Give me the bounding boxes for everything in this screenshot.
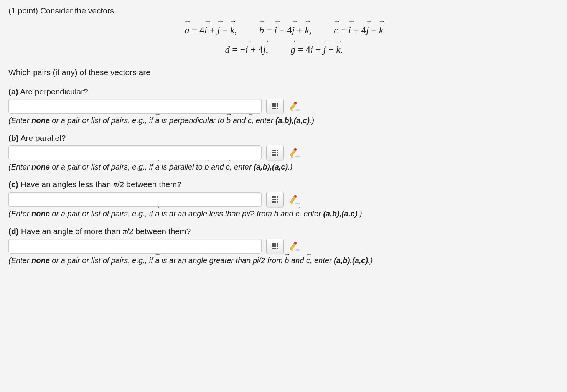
part-c: (c) Have an angles less than π/2 between… (8, 180, 559, 218)
grid-icon (272, 243, 278, 249)
grid-icon (272, 196, 278, 203)
part-d-hint: (Enter none or a pair or list of pairs, … (8, 256, 559, 265)
problem-container: (1 point) Consider the vectors a = 4i + … (0, 0, 567, 278)
part-a-hint: (Enter none or a pair or list of pairs, … (8, 116, 559, 125)
equation-line-1: a = 4i + j − k, b = i + 4j + k, c = i + … (8, 22, 559, 39)
part-b-input[interactable] (8, 145, 262, 160)
part-a-input[interactable] (8, 99, 262, 114)
grid-icon (272, 103, 278, 109)
part-b-label: (b) Are parallel? (8, 133, 559, 143)
edit-pencil-icon[interactable] (288, 239, 302, 253)
points-label: (1 point) (8, 6, 38, 15)
vector-equations: a = 4i + j − k, b = i + 4j + k, c = i + … (8, 22, 559, 58)
keypad-button[interactable] (266, 145, 284, 160)
svg-point-7 (295, 156, 300, 157)
part-a-answer-row (8, 99, 559, 114)
part-c-hint: (Enter none or a pair or list of pairs, … (8, 209, 559, 218)
part-c-answer-row (8, 192, 559, 207)
edit-pencil-icon[interactable] (288, 193, 302, 206)
part-b-answer-row (8, 145, 559, 160)
part-c-input[interactable] (8, 192, 262, 207)
equation-line-2: d = −i + 4j, g = 4i − j + k. (8, 42, 559, 58)
part-b-hint: (Enter none or a pair or list of pairs, … (8, 163, 559, 171)
edit-pencil-icon[interactable] (288, 99, 302, 113)
part-d-label: (d) Have an angle of more than π/2 betwe… (8, 227, 559, 236)
part-d: (d) Have an angle of more than π/2 betwe… (8, 227, 559, 265)
edit-pencil-icon[interactable] (288, 146, 302, 160)
which-pairs-text: Which pairs (if any) of these vectors ar… (8, 68, 559, 77)
part-d-input[interactable] (8, 239, 262, 254)
part-a: (a) Are perpendicular? (Ent (8, 87, 559, 125)
svg-point-3 (295, 109, 300, 111)
keypad-button[interactable] (266, 239, 284, 254)
svg-point-15 (295, 249, 300, 251)
grid-icon (272, 150, 278, 156)
keypad-button[interactable] (266, 99, 284, 114)
svg-point-11 (295, 203, 300, 204)
problem-intro: (1 point) Consider the vectors (8, 6, 559, 15)
part-c-label: (c) Have an angles less than π/2 between… (8, 180, 559, 189)
part-b: (b) Are parallel? (Enter no (8, 133, 559, 171)
part-a-label: (a) Are perpendicular? (8, 87, 559, 96)
intro-text: Consider the vectors (40, 6, 114, 15)
